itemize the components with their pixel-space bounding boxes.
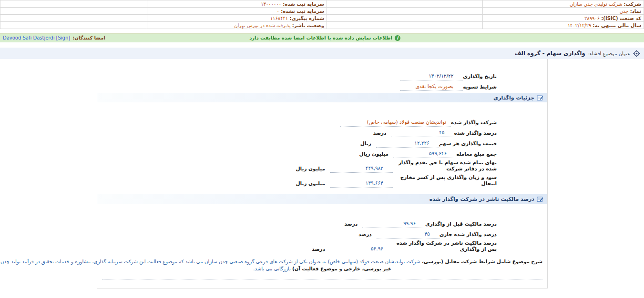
isic-value: ۲۸۹۹۰۶	[584, 16, 600, 21]
section-header-transfer-details: جزئیات واگذاری	[97, 93, 547, 102]
company-header-table: شرکت: شرکت تولیدی چدن سازان سرمایه ثبت ش…	[0, 0, 644, 29]
symbol-value: چدن	[620, 9, 629, 14]
field-row-gain-loss: سود و زیان واگذاری پس از کسر مخارج انتقا…	[97, 174, 547, 188]
tracking-number-label: شماره پیگیری:	[289, 16, 324, 21]
fiscal-year-value: ۱۴۰۲/۱۲/۲۹	[568, 23, 592, 28]
note-edit-icon	[537, 196, 543, 202]
issuer-status-label: وضعیت ناشر:	[292, 23, 324, 28]
table-row: سال مالی منتهی به: ۱۴۰۲/۱۲/۲۹ وضعیت ناشر…	[0, 22, 644, 29]
description-label-part1: شرح موضوع شامل شرایط شرکت مقابل (بورسی،	[422, 259, 542, 264]
counterparty-description-field: شرح موضوع شامل شرایط شرکت مقابل (بورسی، …	[102, 258, 542, 279]
disclosure-form-panel: تاریخ واگذاری ۱۴۰۲/۱۲/۲۲ شرایط تسویه بصو…	[97, 59, 548, 288]
settlement-terms-label: شرایط تسویه	[463, 84, 497, 91]
unregistered-capital-label: سرمایه ثبت نشده:	[281, 9, 324, 14]
signer-link[interactable]: Davood Safi Dastjerdi [Sign]	[3, 35, 70, 40]
section-body-ownership-percent: درصد مالکیت قبل از واگذاری ۹۹.۹۶ درصد در…	[97, 219, 547, 253]
registered-capital-label: سرمایه ثبت شده:	[283, 1, 324, 7]
isic-label: کد صنعت (ISIC):	[601, 16, 641, 21]
field-row-transferred-company: شرکت واگذار شده نواندیشان صنعت فولاد (سه…	[97, 118, 547, 127]
current-transferred-field: ۴۵	[377, 231, 440, 238]
description-label-part2: غیر بورسی، خارجی و موضوع فعالیت آن)	[292, 266, 391, 271]
section-body-transfer-details: شرکت واگذار شده نواندیشان صنعت فولاد (سه…	[97, 118, 547, 188]
ownership-before-field: ۹۹.۹۶	[362, 220, 425, 228]
disclosure-title-bar: عنوان موضوع افشاء: واگذاری سهام - گروه ا…	[0, 48, 644, 59]
field-row-book-cost: بهای تمام شده سهام با حق تقدم واگذار شده…	[97, 159, 547, 173]
settlement-terms-field: بصورت یکجا نقدی	[400, 83, 463, 91]
total-transaction-field: ۵۹۹,۶۴۶	[393, 150, 456, 158]
field-row-percent-transferred: درصد واگذار شده ۴۵ درصد	[97, 128, 547, 137]
book-cost-field: ۴۴۹,۹۸۲	[330, 165, 393, 173]
fiscal-year-label: سال مالی منتهی به:	[593, 23, 641, 28]
signers-area: امضا کنندگان: Davood Safi Dastjerdi [Sig…	[0, 35, 249, 40]
field-row-ownership-after: درصد مالکیت ناشر در شرکت واگذار شده پس ا…	[97, 240, 547, 253]
ownership-after-field: ۵۴.۹۶	[330, 246, 393, 253]
target-icon	[633, 50, 640, 57]
price-per-share-field: ۱۲,۲۲۶	[376, 140, 439, 148]
signature-match-text: اطلاعات نمایش داده شده با اطلاعات امضا ش…	[249, 35, 392, 40]
transfer-date-label: تاریخ واگذاری	[463, 73, 497, 80]
gain-loss-field: ۱۴۹,۶۶۴	[330, 180, 393, 188]
transferred-company-field: نواندیشان صنعت فولاد (سهامی خاص)	[340, 119, 451, 127]
field-row-settlement-terms: شرایط تسویه بصورت یکجا نقدی	[97, 82, 547, 91]
field-row-transfer-date: تاریخ واگذاری ۱۴۰۲/۱۲/۲۲	[97, 71, 547, 80]
section-title: جزئیات واگذاری	[493, 95, 534, 101]
field-row-price-per-share: قیمت واگذاری هر سهم ۱۲,۲۲۶ ریال	[97, 139, 547, 148]
symbol-label: نماد:	[630, 9, 641, 14]
issuer-status-value: پذیرفته شده در بورس تهران	[234, 23, 290, 28]
transfer-date-field: ۱۴۰۲/۱۲/۲۲	[400, 73, 463, 80]
section-title: درصد مالکیت ناشر در شرکت واگذار شده	[429, 196, 534, 202]
info-icon: i	[395, 35, 400, 41]
section-header-ownership-percent: درصد مالکیت ناشر در شرکت واگذار شده	[97, 194, 547, 204]
signers-label: امضا کنندگان:	[72, 35, 105, 40]
description-value-part1: شرکت نواندیشان صنعت فولاد (سهامی خاص) به…	[0, 259, 420, 264]
field-row-total-transaction: جمع مبلغ معامله ۵۹۹,۶۴۶ میلیون ریال	[97, 149, 547, 158]
registered-capital-value: ۱۴۰۰۰۰۰۰	[261, 1, 281, 7]
table-row: شرکت: شرکت تولیدی چدن سازان سرمایه ثبت ش…	[0, 0, 644, 8]
tracking-number-value: ۱۱۶۸۴۴۱	[270, 16, 288, 21]
table-row: نماد: چدن سرمایه ثبت نشده: ۰	[0, 8, 644, 15]
company-value: شرکت تولیدی چدن سازان	[570, 1, 622, 7]
unregistered-capital-value: ۰	[277, 9, 279, 14]
table-row: کد صنعت (ISIC): ۲۸۹۹۰۶ شماره پیگیری: ۱۱۶…	[0, 15, 644, 22]
description-value-part2: بازرگانی می باشد.	[253, 266, 291, 271]
field-row-current-transferred: درصد واگذار شده جاری ۴۵ درصد	[97, 229, 547, 238]
field-row-ownership-before: درصد مالکیت قبل از واگذاری ۹۹.۹۶ درصد	[97, 219, 547, 228]
signature-validation-bar: i اطلاعات نمایش داده شده با اطلاعات امضا…	[0, 33, 644, 42]
signature-match-message: i اطلاعات نمایش داده شده با اطلاعات امضا…	[249, 35, 400, 41]
page-title: واگذاری سهام - گروه الف	[515, 50, 585, 57]
note-edit-icon	[537, 95, 543, 101]
disclosure-subject-label: عنوان موضوع افشاء:	[588, 51, 630, 56]
percent-transferred-field: ۴۵	[391, 129, 454, 137]
company-label: شرکت:	[624, 1, 641, 7]
